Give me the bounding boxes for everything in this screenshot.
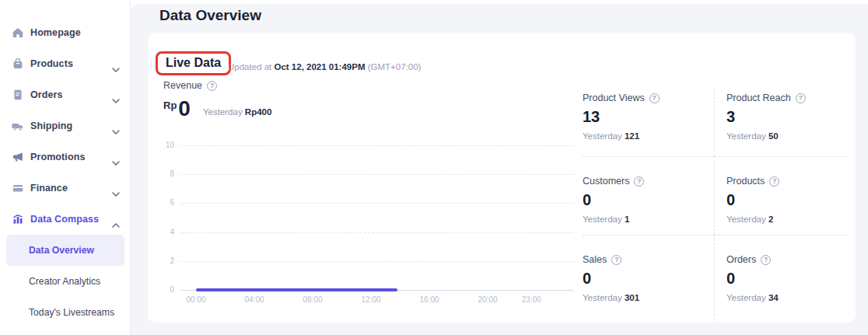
sidebar-item-homepage[interactable]: Homepage bbox=[0, 17, 130, 48]
help-icon[interactable]: ? bbox=[761, 255, 771, 265]
sidebar-item-finance[interactable]: Finance bbox=[0, 173, 130, 204]
yesterday-label: Yesterday bbox=[583, 131, 625, 141]
gridline-y10 bbox=[180, 145, 573, 146]
y-axis-tick: 6 bbox=[148, 198, 174, 207]
sidebar-item-promotions[interactable]: Promotions bbox=[0, 141, 130, 173]
revenue-series-line bbox=[196, 288, 397, 291]
sidebar-item-shipping[interactable]: Shipping bbox=[0, 110, 130, 141]
gridline-y6 bbox=[180, 203, 573, 204]
help-icon[interactable]: ? bbox=[634, 176, 644, 187]
stat-yesterday: Yesterday 2 bbox=[726, 215, 848, 224]
sidebar-item-label: Finance bbox=[30, 183, 68, 194]
x-axis-tick: 04:00 bbox=[231, 295, 278, 304]
subitem-label: Creator Analytics bbox=[29, 276, 100, 287]
x-axis-tick: 16:00 bbox=[406, 295, 453, 304]
sidebar-item-label: Orders bbox=[30, 89, 63, 100]
help-icon[interactable]: ? bbox=[769, 176, 779, 187]
chevron-down-icon bbox=[112, 124, 120, 138]
yesterday-label: Yesterday bbox=[583, 215, 625, 224]
stat-value: 0 bbox=[726, 270, 848, 288]
yesterday-label: Yesterday bbox=[726, 215, 768, 224]
stat-yesterday: Yesterday 50 bbox=[726, 131, 848, 141]
sidebar-item-label: Products bbox=[30, 58, 73, 69]
megaphone-icon bbox=[11, 151, 24, 164]
chevron-down-icon bbox=[112, 186, 120, 200]
y-axis-tick: 8 bbox=[148, 169, 174, 178]
sidebar-item-label: Shipping bbox=[30, 120, 72, 131]
sidebar: Homepage Products Orders Shipping bbox=[0, 0, 131, 335]
sidebar-subitem-data-overview[interactable]: Data Overview bbox=[6, 235, 124, 266]
x-axis-tick: 12:00 bbox=[348, 295, 394, 304]
content-panel: Data Overview Live Data Updated at Oct 1… bbox=[131, 4, 868, 335]
sidebar-nav: Homepage Products Orders Shipping bbox=[0, 17, 130, 328]
x-axis-tick: 08:00 bbox=[289, 295, 336, 304]
sidebar-subitem-todays-livestreams[interactable]: Today's Livestreams bbox=[0, 297, 130, 328]
truck-icon bbox=[11, 120, 24, 133]
revenue-label: Revenue bbox=[163, 80, 202, 91]
help-icon[interactable]: ? bbox=[207, 81, 217, 91]
help-icon[interactable]: ? bbox=[611, 255, 621, 265]
help-icon[interactable]: ? bbox=[649, 93, 660, 103]
y-axis-tick: 4 bbox=[148, 228, 174, 236]
yesterday-label: Yesterday bbox=[726, 131, 768, 141]
x-axis-tick: 23:00 bbox=[508, 295, 555, 304]
sidebar-item-label: Homepage bbox=[30, 27, 81, 38]
yesterday-label: Yesterday bbox=[583, 293, 625, 302]
stat-value: 0 bbox=[583, 191, 714, 209]
yesterday-label: Yesterday bbox=[203, 107, 243, 117]
updated-at-text: Updated at Oct 12, 2021 01:49PM (GMT+07:… bbox=[228, 62, 421, 72]
stats-grid: Product Views?13Yesterday 121Product Rea… bbox=[583, 89, 848, 320]
home-icon bbox=[11, 26, 24, 40]
yesterday-value: Rp400 bbox=[245, 107, 272, 117]
stat-yesterday: Yesterday 1 bbox=[583, 215, 714, 224]
stat-label: Product Views bbox=[583, 92, 645, 103]
chevron-down-icon bbox=[112, 155, 120, 169]
updated-timezone: (GMT+07:00) bbox=[368, 62, 422, 72]
yesterday-value: 1 bbox=[625, 215, 629, 224]
sidebar-item-data-compass[interactable]: Data Compass bbox=[0, 204, 130, 235]
yesterday-value: 121 bbox=[625, 131, 639, 141]
yesterday-value: 2 bbox=[768, 215, 773, 224]
sidebar-subitem-creator-analytics[interactable]: Creator Analytics bbox=[0, 266, 130, 297]
live-data-annotation-box: Live Data bbox=[156, 51, 231, 75]
stat-value: 0 bbox=[583, 270, 714, 288]
revenue-value-row: Rp 0 Yesterday Rp400 bbox=[163, 98, 271, 120]
stat-yesterday: Yesterday 301 bbox=[583, 293, 714, 302]
stat-yesterday: Yesterday 121 bbox=[583, 131, 714, 141]
order-document-icon bbox=[11, 89, 24, 102]
y-axis-tick: 10 bbox=[148, 141, 174, 149]
x-axis-tick: 00:00 bbox=[173, 295, 219, 304]
yesterday-label: Yesterday bbox=[726, 293, 768, 302]
sidebar-item-products[interactable]: Products bbox=[0, 48, 130, 79]
subitem-label: Today's Livestreams bbox=[29, 307, 114, 318]
stat-value: 3 bbox=[726, 108, 848, 126]
bar-chart-icon bbox=[11, 213, 24, 226]
revenue-line-chart: 108642000:0004:0008:0012:0016:0020:0023:… bbox=[148, 145, 583, 312]
help-icon[interactable]: ? bbox=[796, 93, 806, 103]
live-data-title: Live Data bbox=[166, 56, 221, 69]
sidebar-item-orders[interactable]: Orders bbox=[0, 79, 130, 110]
stat-label: Sales bbox=[583, 254, 607, 265]
chevron-down-icon bbox=[112, 92, 120, 106]
yesterday-value: 34 bbox=[768, 293, 779, 302]
stat-yesterday: Yesterday 34 bbox=[726, 293, 848, 302]
stat-label: Products bbox=[726, 176, 765, 187]
gridline-y8 bbox=[180, 174, 573, 175]
stat-label: Orders bbox=[726, 254, 756, 265]
yesterday-value: 301 bbox=[625, 293, 639, 302]
revenue-currency: Rp bbox=[163, 98, 177, 111]
chevron-up-icon bbox=[112, 217, 120, 231]
subitem-label: Data Overview bbox=[29, 245, 94, 256]
main-area: Data Overview Live Data Updated at Oct 1… bbox=[131, 0, 868, 335]
stat-label: Customers bbox=[583, 176, 629, 187]
shopping-bag-icon bbox=[11, 58, 24, 71]
updated-time: Oct 12, 2021 01:49PM bbox=[274, 62, 365, 72]
stat-label: Product Reach bbox=[726, 92, 791, 103]
revenue-label-row: Revenue ? bbox=[163, 80, 217, 91]
stat-cell-sales: Sales?0Yesterday 301 bbox=[583, 235, 714, 320]
gridline-y2 bbox=[180, 261, 573, 262]
x-axis-tick: 20:00 bbox=[464, 295, 511, 304]
gridline-y4 bbox=[180, 232, 573, 233]
stat-cell-product-views: Product Views?13Yesterday 121 bbox=[583, 89, 714, 156]
stat-cell-product-reach: Product Reach?3Yesterday 50 bbox=[714, 89, 848, 156]
